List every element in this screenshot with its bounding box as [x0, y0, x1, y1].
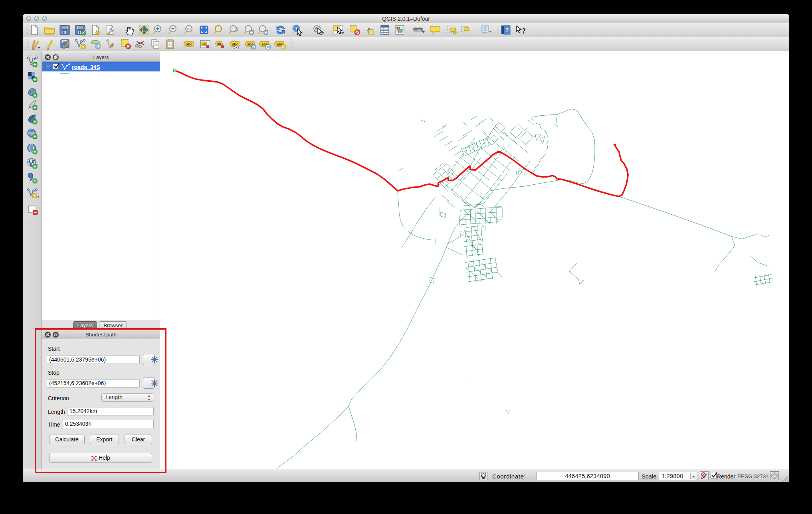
svg-text:i: i — [295, 26, 297, 32]
svg-text:?: ? — [505, 27, 509, 33]
svg-text:ab: ab — [217, 42, 221, 45]
svg-text:?: ? — [522, 27, 526, 35]
svg-text:1:1: 1:1 — [187, 27, 191, 31]
svg-text:abc: abc — [232, 42, 238, 46]
svg-text:ab: ab — [202, 42, 206, 46]
svg-text:T: T — [483, 26, 487, 32]
svg-text:abc: abc — [186, 42, 192, 46]
